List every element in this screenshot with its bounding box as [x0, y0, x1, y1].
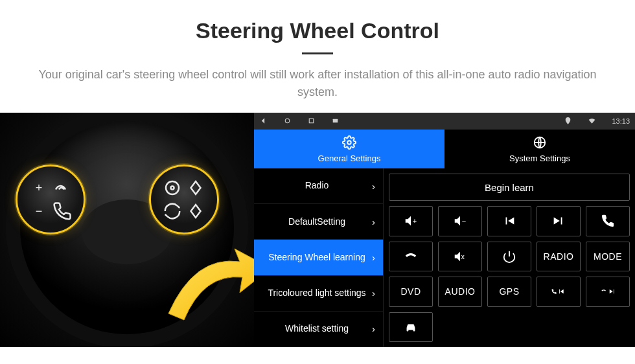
begin-learn-button[interactable]: Begin learn [389, 174, 630, 201]
next-track-button[interactable] [537, 206, 581, 236]
headunit-screen: 13:13 General Settings System Settings R… [254, 113, 635, 347]
sidebar-item-whitelist[interactable]: Whitelist setting › [254, 312, 383, 347]
page-subtitle: Your original car's steering wheel contr… [32, 66, 603, 101]
svg-point-2 [285, 119, 290, 123]
power-button[interactable] [487, 242, 531, 272]
sidebar-item-steering-wheel-learning[interactable]: Steering Wheel learning › [254, 240, 383, 275]
phone-hangup-button[interactable] [389, 242, 433, 272]
chevron-right-icon: › [372, 323, 375, 334]
sidebar-item-tricoloured-light[interactable]: Tricoloured light settings › [254, 276, 383, 312]
volume-up-button[interactable]: + [389, 206, 433, 236]
tab-label: General Settings [318, 154, 381, 163]
sidebar-item-default-setting[interactable]: DefaultSetting › [254, 204, 383, 240]
recent-icon[interactable] [307, 117, 316, 126]
right-button-pod [149, 165, 219, 234]
back-icon[interactable] [259, 117, 268, 126]
audio-button[interactable]: AUDIO [438, 277, 482, 307]
card-icon[interactable] [331, 117, 340, 126]
chevron-right-icon: › [372, 181, 375, 192]
voice-icon [52, 178, 72, 198]
sidebar-item-label: Tricoloured light settings [264, 288, 369, 299]
phone-prev-button[interactable] [537, 277, 581, 307]
steering-wheel-photo: + − [0, 113, 254, 347]
tab-general-settings[interactable]: General Settings [254, 130, 444, 168]
phone-next-button[interactable] [586, 277, 630, 307]
sidebar-item-label: Whitelist setting [264, 323, 369, 335]
diamond-down-icon [186, 201, 205, 221]
home-icon[interactable] [283, 117, 292, 126]
clock-text: 13:13 [612, 117, 630, 125]
globe-gear-icon [533, 135, 547, 152]
gps-button[interactable]: GPS [487, 277, 531, 307]
page-title: Steering Wheel Control [0, 18, 635, 43]
diamond-up-icon [186, 178, 205, 198]
sidebar-item-label: Steering Wheel learning [264, 252, 369, 264]
gear-icon [342, 135, 356, 152]
android-navbar: 13:13 [254, 113, 635, 130]
chevron-right-icon: › [372, 252, 375, 263]
volume-down-button[interactable]: − [438, 206, 482, 236]
car-button[interactable] [389, 312, 433, 343]
svg-rect-4 [333, 119, 338, 122]
tab-label: System Settings [509, 154, 570, 163]
settings-sidebar: Radio › DefaultSetting › Steering Wheel … [254, 168, 384, 347]
wifi-icon [588, 117, 596, 126]
plus-icon: + [29, 178, 49, 198]
mute-button[interactable]: x [438, 242, 482, 272]
sidebar-item-label: DefaultSetting [264, 216, 369, 228]
svg-point-0 [166, 181, 179, 194]
left-button-pod: + − [16, 165, 86, 234]
tab-system-settings[interactable]: System Settings [444, 130, 635, 168]
title-divider [302, 52, 333, 54]
location-icon [564, 117, 572, 126]
minus-icon: − [29, 201, 49, 221]
svg-text:x: x [461, 253, 465, 260]
svg-text:+: + [413, 217, 417, 225]
sidebar-item-radio[interactable]: Radio › [254, 168, 383, 204]
svg-point-5 [347, 141, 351, 144]
cycle-icon [163, 201, 182, 221]
dvd-button[interactable]: DVD [389, 277, 433, 307]
svg-rect-3 [309, 119, 314, 123]
svg-text:−: − [462, 217, 467, 225]
prev-track-button[interactable] [487, 206, 531, 236]
sidebar-item-label: Radio [264, 180, 369, 192]
chevron-right-icon: › [372, 288, 375, 299]
mode-button[interactable]: MODE [586, 242, 630, 272]
chevron-right-icon: › [372, 216, 375, 227]
radio-button[interactable]: RADIO [537, 242, 581, 272]
phone-icon [52, 201, 72, 221]
svg-point-1 [171, 187, 174, 190]
disc-icon [163, 178, 182, 198]
phone-answer-button[interactable] [586, 206, 630, 236]
learning-panel: Begin learn + − [384, 168, 635, 347]
